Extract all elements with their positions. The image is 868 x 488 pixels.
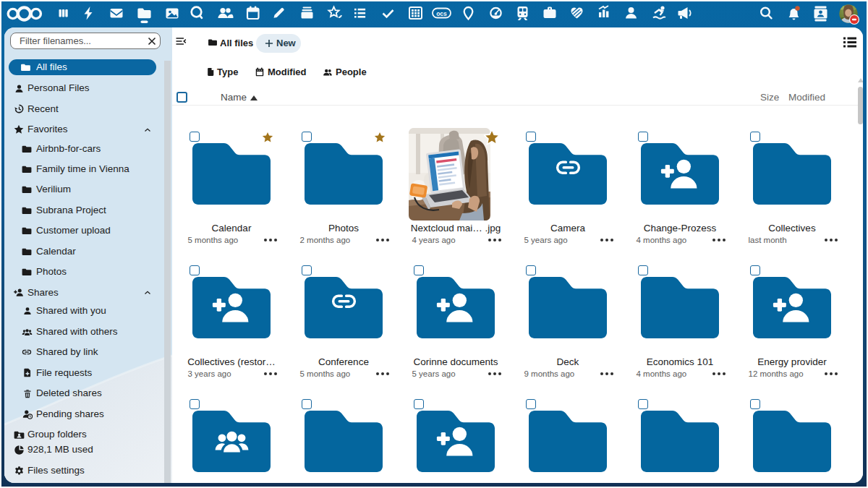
svg-text:ocs: ocs	[436, 10, 447, 17]
